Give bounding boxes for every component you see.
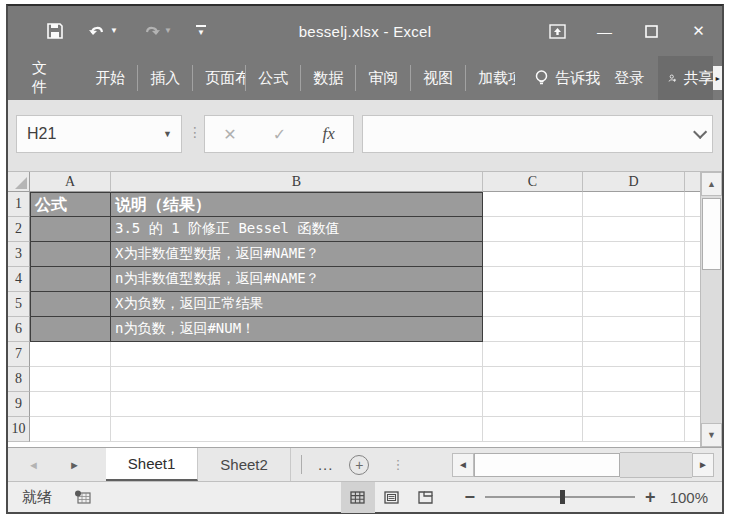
ribbon-tab[interactable]: 插入	[137, 65, 192, 91]
zoom-slider-thumb[interactable]	[560, 490, 565, 504]
ribbon-tab[interactable]: 数据	[300, 65, 355, 91]
scroll-right-icon[interactable]: ►	[692, 453, 714, 477]
name-box-dropdown-icon[interactable]: ▼	[163, 129, 181, 139]
grid-cell[interactable]	[483, 242, 583, 267]
select-all-button[interactable]	[8, 172, 30, 192]
column-header[interactable]: D	[583, 172, 685, 192]
row-header[interactable]: 8	[8, 367, 30, 392]
vertical-scrollbar[interactable]: ▲ ▼	[700, 172, 722, 447]
grid-cell[interactable]: n为非数值型数据，返回#NAME？	[111, 267, 483, 292]
tab-file[interactable]: 文件	[8, 59, 71, 97]
zoom-level-label[interactable]: 100%	[666, 489, 722, 506]
grid-cell[interactable]: X为非数值型数据，返回#NAME？	[111, 242, 483, 267]
scroll-down-icon[interactable]: ▼	[701, 423, 722, 447]
scroll-up-icon[interactable]: ▲	[701, 172, 722, 196]
horizontal-scroll-thumb[interactable]	[474, 453, 620, 477]
previous-sheet-icon[interactable]: ◄	[28, 459, 39, 471]
scroll-left-icon[interactable]: ◄	[452, 453, 474, 477]
formula-expand-icon[interactable]	[693, 125, 707, 139]
grid-cell[interactable]: 3.5 的 1 阶修正 Bessel 函数值	[111, 217, 483, 242]
horizontal-scrollbar[interactable]: ◄ ►	[452, 452, 714, 477]
row-header[interactable]: 3	[8, 242, 30, 267]
grid-cell[interactable]	[483, 317, 583, 342]
grid-cell[interactable]	[583, 342, 685, 367]
grid-cell[interactable]	[583, 267, 685, 292]
grid-cell[interactable]	[111, 367, 483, 392]
enter-icon[interactable]: ✓	[273, 125, 286, 144]
grid-cell[interactable]	[583, 367, 685, 392]
undo-button[interactable]: ▼	[88, 23, 118, 39]
grid-cell[interactable]	[483, 342, 583, 367]
formula-input[interactable]	[362, 115, 713, 153]
grid-cell[interactable]	[583, 217, 685, 242]
ribbon-tab[interactable]: 公式	[245, 65, 300, 91]
insert-function-icon[interactable]: fx	[323, 124, 335, 144]
zoom-slider[interactable]	[485, 490, 635, 504]
grid-cell[interactable]	[583, 192, 685, 217]
column-header[interactable]: C	[483, 172, 583, 192]
macro-record-icon[interactable]	[74, 490, 91, 504]
share-button[interactable]: 共享	[658, 56, 713, 100]
grid-cell[interactable]	[583, 242, 685, 267]
zoom-in-icon[interactable]: +	[645, 488, 656, 506]
sign-in-button[interactable]: 登录	[600, 69, 658, 88]
next-sheet-icon[interactable]: ►	[69, 459, 80, 471]
grid-cell[interactable]	[30, 217, 111, 242]
grid-cell[interactable]	[111, 392, 483, 417]
ribbon-tab[interactable]: 审阅	[355, 65, 410, 91]
share-expand-icon[interactable]: ►	[713, 66, 722, 90]
grid-cell[interactable]	[583, 392, 685, 417]
grid-cell[interactable]	[483, 292, 583, 317]
close-button[interactable]: ✕	[675, 6, 722, 56]
row-header[interactable]: 9	[8, 392, 30, 417]
save-icon[interactable]	[46, 22, 64, 40]
ribbon-display-options-icon[interactable]	[534, 6, 581, 56]
grid-cell[interactable]: 公式	[30, 192, 111, 217]
page-break-view-button[interactable]	[409, 482, 443, 513]
row-header[interactable]: 4	[8, 267, 30, 292]
column-header[interactable]: B	[111, 172, 483, 192]
grid-cell[interactable]	[111, 417, 483, 442]
grid-cell[interactable]	[583, 292, 685, 317]
grid-cell[interactable]	[30, 367, 111, 392]
row-header[interactable]: 2	[8, 217, 30, 242]
grid-cell[interactable]	[483, 217, 583, 242]
vertical-scroll-thumb[interactable]	[702, 198, 721, 270]
row-header[interactable]: 6	[8, 317, 30, 342]
customize-quick-access-icon[interactable]: ▼	[196, 25, 206, 37]
add-sheet-button[interactable]: +	[349, 448, 369, 481]
minimize-button[interactable]: —	[581, 6, 628, 56]
row-header[interactable]: 10	[8, 417, 30, 442]
grid-cell[interactable]: 说明（结果）	[111, 192, 483, 217]
row-header[interactable]: 1	[8, 192, 30, 217]
grid-cell[interactable]	[30, 242, 111, 267]
grid-cell[interactable]	[483, 267, 583, 292]
grid-cell[interactable]	[30, 267, 111, 292]
grid-cell[interactable]: n为负数，返回#NUM！	[111, 317, 483, 342]
ribbon-tab[interactable]: 加载项	[465, 65, 515, 91]
sheet-tab-sheet1[interactable]: Sheet1	[106, 448, 199, 481]
grid-cell[interactable]	[30, 292, 111, 317]
sheet-tab-sheet2[interactable]: Sheet2	[198, 448, 291, 481]
grid-cell[interactable]: X为负数，返回正常结果	[111, 292, 483, 317]
grid-cell[interactable]	[583, 417, 685, 442]
grid-cell[interactable]	[483, 367, 583, 392]
zoom-out-icon[interactable]: −	[465, 488, 476, 506]
ribbon-tab[interactable]: 页面布局	[192, 65, 245, 91]
grid-cell[interactable]	[30, 317, 111, 342]
cancel-icon[interactable]: ✕	[223, 125, 236, 144]
row-header[interactable]: 7	[8, 342, 30, 367]
grid-cell[interactable]	[30, 392, 111, 417]
column-header[interactable]: A	[30, 172, 111, 192]
sheet-overflow-button[interactable]: ...	[312, 448, 340, 481]
ribbon-tab[interactable]: 视图	[410, 65, 465, 91]
maximize-button[interactable]	[628, 6, 675, 56]
grid-cell[interactable]	[583, 317, 685, 342]
grid-cell[interactable]	[30, 417, 111, 442]
grid-cell[interactable]	[483, 392, 583, 417]
tell-me-button[interactable]: 告诉我	[535, 69, 600, 88]
grid-cell[interactable]	[483, 192, 583, 217]
page-layout-view-button[interactable]	[375, 482, 409, 513]
undo-dropdown-icon[interactable]: ▼	[110, 27, 118, 35]
name-box[interactable]: H21 ▼	[16, 115, 182, 153]
